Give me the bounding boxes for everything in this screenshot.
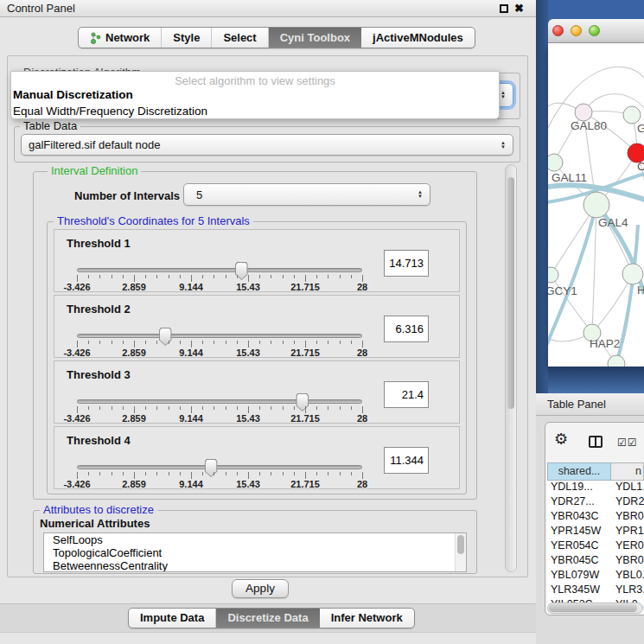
scrollbar-thumb[interactable] <box>507 177 514 409</box>
tab-discretize-data[interactable]: Discretize Data <box>216 609 319 628</box>
column-header-shared-name[interactable]: shared... <box>547 462 611 481</box>
tick-mark <box>99 341 100 344</box>
attributes-scrollbar[interactable] <box>455 533 466 571</box>
zoom-traffic-light[interactable] <box>589 25 600 36</box>
number-of-intervals-combobox[interactable]: 5 ▲▼ <box>183 183 430 206</box>
cell-shared-name[interactable]: YDR27... <box>547 495 611 510</box>
cell-shared-name[interactable]: YBL079W <box>547 569 611 583</box>
threshold-2-slider[interactable]: -3.4262.8599.14415.4321.71528 <box>77 296 362 359</box>
cell-name[interactable]: YBR0... <box>611 510 644 525</box>
cell-shared-name[interactable]: YLR345W <box>547 583 611 598</box>
tick-mark <box>88 275 89 278</box>
tick-label: -3.426 <box>63 348 90 358</box>
threshold-2-panel: Threshold 2 -3.4262.8599.14415.4321.7152… <box>54 295 460 358</box>
tick-mark <box>134 275 135 282</box>
list-item[interactable]: SelfLoops <box>44 533 466 546</box>
threshold-3-slider[interactable]: -3.4262.8599.14415.4321.71528 <box>77 361 362 424</box>
tab-network[interactable]: Network <box>79 28 162 48</box>
node-gal4[interactable] <box>583 192 609 218</box>
node-gal11[interactable] <box>548 154 563 171</box>
settings-vertical-scrollbar[interactable] <box>505 164 517 572</box>
node-h[interactable] <box>622 264 643 284</box>
table-panel-titlebar[interactable]: Table Panel <box>536 393 644 416</box>
node-gcy1[interactable] <box>548 267 558 283</box>
cell-name[interactable]: YER0... <box>611 539 644 554</box>
threshold-1-slider[interactable]: -3.4262.8599.14415.4321.71528 <box>77 230 362 293</box>
threshold-2-value-field[interactable] <box>384 316 429 342</box>
table-panel-title: Table Panel <box>547 393 606 416</box>
close-traffic-light[interactable] <box>552 25 564 36</box>
threshold-4-slider[interactable]: -3.4262.8599.14415.4321.71528 <box>77 427 362 490</box>
dropdown-option-manual[interactable]: Manual Discretization <box>11 86 499 103</box>
list-item[interactable]: BetweennessCentrality <box>44 559 466 572</box>
scrollbar-thumb[interactable] <box>549 604 637 612</box>
cell-shared-name[interactable]: YBR045C <box>547 554 611 569</box>
table-row[interactable]: YDR27...YDR2... <box>547 495 644 510</box>
network-window-titlebar[interactable] <box>548 19 644 43</box>
cell-name[interactable]: YLR3... <box>611 583 644 598</box>
tick-label: 2.859 <box>122 479 146 489</box>
tick-mark <box>156 406 157 410</box>
tick-mark <box>305 406 306 413</box>
slider-track[interactable] <box>77 334 362 338</box>
split-columns-icon[interactable] <box>589 436 603 448</box>
cell-name[interactable]: YBR0... <box>611 554 644 569</box>
table-row[interactable]: YDL19...YDL1... <box>547 481 644 495</box>
table-row[interactable]: YBR045CYBR0... <box>547 554 644 569</box>
tick-mark <box>351 472 352 475</box>
cell-name[interactable]: YDR2... <box>611 495 644 510</box>
slider-track[interactable] <box>77 399 362 404</box>
cell-name[interactable]: YDL1... <box>611 481 644 495</box>
tab-cyni-toolbox[interactable]: Cyni Toolbox <box>269 28 361 48</box>
tick-mark <box>134 472 135 479</box>
tick-label: 21.715 <box>290 479 320 489</box>
close-icon[interactable]: ✖ <box>514 1 524 16</box>
tick-mark <box>305 472 306 479</box>
tab-impute-data[interactable]: Impute Data <box>129 609 216 628</box>
cell-shared-name[interactable]: YDL19... <box>547 481 611 495</box>
tab-style[interactable]: Style <box>162 28 212 48</box>
minimize-traffic-light[interactable] <box>571 25 582 36</box>
apply-button[interactable]: Apply <box>232 579 289 598</box>
table-data-combobox[interactable]: galFiltered.sif default node ▲▼ <box>21 134 513 156</box>
control-panel-titlebar[interactable]: Control Panel ✖ <box>0 0 536 17</box>
tab-jactivemnodules[interactable]: jActiveMNodules <box>361 28 475 48</box>
table-row[interactable]: YBR043CYBR0... <box>547 510 644 525</box>
cell-name[interactable]: YPR1... <box>611 525 644 539</box>
tick-mark <box>248 275 249 282</box>
list-item[interactable]: TopologicalCoefficient <box>44 546 466 559</box>
tick-mark <box>112 341 112 344</box>
gear-icon[interactable]: ⚙ <box>554 431 568 447</box>
tick-mark <box>316 406 317 410</box>
select-columns-icon[interactable]: ☑☑ <box>617 437 638 449</box>
threshold-4-value-field[interactable] <box>384 447 429 474</box>
cell-name[interactable]: YBL0... <box>611 569 644 583</box>
slider-track[interactable] <box>77 268 362 272</box>
table-row[interactable]: YBL079WYBL0... <box>547 569 644 583</box>
node-g[interactable] <box>623 106 641 124</box>
tab-select[interactable]: Select <box>212 28 268 48</box>
column-header-name[interactable]: n <box>611 462 644 481</box>
table-horizontal-scrollbar[interactable] <box>547 603 643 614</box>
window-frame-bottom <box>548 367 644 393</box>
table-row[interactable]: YPR145WYPR1... <box>547 525 644 539</box>
cell-shared-name[interactable]: YER054C <box>547 539 611 554</box>
table-row[interactable]: YER054CYER0... <box>547 539 644 554</box>
threshold-1-value-field[interactable] <box>384 250 429 277</box>
tab-infer-network[interactable]: Infer Network <box>320 609 414 628</box>
tick-mark <box>259 275 260 278</box>
cell-shared-name[interactable]: YPR145W <box>547 525 611 539</box>
network-canvas[interactable]: GAL80 G GAL11 C GAL4 GCY1 H HAP2 <box>548 43 644 367</box>
numerical-attributes-list[interactable]: SelfLoopsTopologicalCoefficientBetweenne… <box>43 532 467 572</box>
slider-track[interactable] <box>77 465 362 469</box>
scrollbar-thumb[interactable] <box>457 535 464 554</box>
float-window-icon[interactable] <box>500 4 508 13</box>
tick-mark <box>305 341 306 348</box>
tick-mark <box>237 275 238 278</box>
table-row[interactable]: YLR345WYLR3... <box>547 583 644 598</box>
node-bottom[interactable] <box>608 355 625 367</box>
node-gal80[interactable] <box>575 104 592 121</box>
threshold-3-value-field[interactable] <box>384 381 429 408</box>
cell-shared-name[interactable]: YBR043C <box>547 510 611 525</box>
dropdown-option-equal-width[interactable]: Equal Width/Frequency Discretization <box>11 103 499 119</box>
